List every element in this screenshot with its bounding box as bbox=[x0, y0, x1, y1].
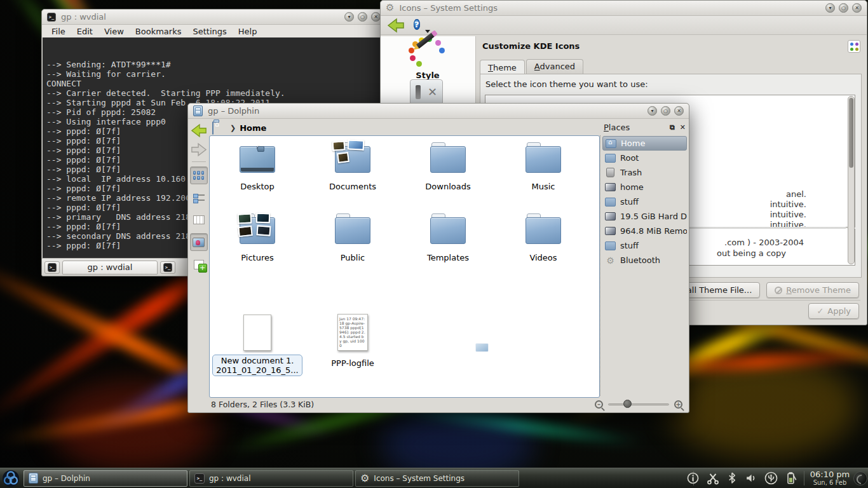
file-label: PPP-logfile bbox=[305, 358, 400, 368]
remove-theme-button[interactable]: Remove Theme bbox=[766, 282, 859, 298]
checkmark-icon: ✓ bbox=[817, 306, 824, 316]
tab-list-button[interactable] bbox=[160, 261, 175, 274]
sidebar-item-workspace-icon[interactable] bbox=[410, 79, 443, 105]
file-item-ppp-logfile[interactable]: Jan 17 09:47:18 gp-Aspire-5738 pppd[1946… bbox=[305, 313, 400, 368]
places-item[interactable]: Root bbox=[602, 151, 687, 165]
clock-time: 06:10 pm bbox=[806, 470, 854, 479]
maximize-button[interactable]: ○ bbox=[358, 12, 367, 22]
tab-theme[interactable]: Theme bbox=[480, 60, 525, 75]
task-button[interactable]: Icons – System Settings bbox=[355, 470, 519, 487]
folder-item[interactable]: Documents bbox=[305, 140, 400, 211]
menu-item[interactable]: Help bbox=[234, 26, 262, 37]
places-item-label: 964.8 MiB Remov... bbox=[620, 226, 687, 236]
back-button[interactable] bbox=[387, 18, 405, 33]
terminal-titlebar[interactable]: gp : wvdial ▾ ○ ✕ bbox=[42, 10, 386, 25]
maximize-button[interactable]: ○ bbox=[839, 3, 848, 13]
breadcrumb-root[interactable]: Home bbox=[240, 123, 266, 133]
folder-icon bbox=[335, 146, 370, 173]
menu-item[interactable]: File bbox=[47, 26, 70, 37]
task-label: gp – Dolphin bbox=[43, 474, 90, 483]
menu-item[interactable]: Edit bbox=[72, 26, 97, 37]
file-item-new-document[interactable]: New document 1. 2011_01_20_16_5... bbox=[210, 313, 305, 376]
sidebar-item-style[interactable]: Style bbox=[381, 40, 475, 80]
zoom-slider-handle[interactable] bbox=[623, 400, 632, 408]
scrollbar[interactable] bbox=[848, 96, 855, 264]
close-button[interactable]: ✕ bbox=[674, 106, 684, 116]
new-tab-button[interactable] bbox=[44, 261, 60, 274]
scrollbar-thumb[interactable] bbox=[849, 98, 853, 168]
minimize-button[interactable]: ▾ bbox=[344, 12, 354, 22]
task-button[interactable]: gp – Dolphin bbox=[24, 470, 187, 487]
details-view-button[interactable] bbox=[190, 189, 208, 207]
places-item[interactable]: stuff bbox=[602, 194, 687, 209]
zoom-out-icon[interactable]: – bbox=[595, 400, 603, 409]
module-icon bbox=[848, 40, 860, 53]
instruction-text: Select the icon theme you want to use: bbox=[485, 79, 648, 89]
zoom-in-icon[interactable]: + bbox=[674, 400, 682, 409]
columns-view-button[interactable] bbox=[190, 211, 208, 229]
places-item[interactable]: home bbox=[602, 180, 687, 194]
tab-advanced[interactable]: Advanced bbox=[526, 59, 583, 74]
folder-item[interactable]: Downloads bbox=[400, 140, 496, 211]
bluetooth-icon[interactable] bbox=[727, 472, 737, 484]
folder-icon bbox=[430, 146, 466, 173]
dolphin-title: gp – Dolphin bbox=[208, 106, 259, 116]
places-item-label: stuff bbox=[620, 241, 639, 250]
places-item-icon bbox=[605, 227, 616, 235]
terminal-icon bbox=[163, 263, 172, 272]
places-item[interactable]: stuff bbox=[602, 238, 687, 253]
volume-icon[interactable] bbox=[745, 472, 757, 484]
terminal-menubar: FileEditViewBookmarksSettingsHelp bbox=[42, 25, 386, 37]
places-item-icon bbox=[605, 168, 616, 177]
description-line: out being a copy bbox=[717, 248, 786, 258]
close-button[interactable]: ✕ bbox=[852, 3, 862, 13]
status-text: 8 Folders, 2 Files (3.3 KiB) bbox=[211, 400, 314, 409]
menu-item[interactable]: Bookmarks bbox=[131, 26, 186, 37]
maximize-button[interactable]: ○ bbox=[661, 106, 670, 116]
blank-document-icon bbox=[243, 315, 271, 351]
close-button[interactable]: ✕ bbox=[371, 12, 381, 22]
minimize-button[interactable]: ▾ bbox=[825, 3, 835, 13]
places-item[interactable]: Home bbox=[602, 136, 687, 151]
klipper-scissors-icon[interactable] bbox=[707, 472, 719, 485]
app-launcher-button[interactable] bbox=[0, 469, 22, 488]
folder-item[interactable]: Pictures bbox=[210, 211, 305, 282]
help-button[interactable]: ? bbox=[414, 18, 429, 33]
minimize-button[interactable]: ▾ bbox=[648, 106, 657, 116]
home-folder-icon bbox=[212, 121, 214, 135]
zoom-slider[interactable] bbox=[608, 400, 669, 409]
split-view-button[interactable] bbox=[190, 255, 208, 273]
terminal-tab[interactable]: gp : wvdial bbox=[62, 261, 158, 274]
system-settings-titlebar[interactable]: ⚙ Icons – System Settings ▾ ○ ✕ bbox=[381, 1, 867, 16]
folder-item[interactable]: Templates bbox=[400, 211, 496, 282]
forward-button[interactable] bbox=[191, 142, 207, 157]
menu-item[interactable]: View bbox=[100, 26, 128, 37]
apply-button[interactable]: ✓ Apply bbox=[808, 303, 859, 319]
folder-view[interactable]: Desktop Documents Downloads bbox=[209, 135, 600, 398]
detach-panel-button[interactable]: ⧉ bbox=[670, 123, 675, 132]
menu-item[interactable]: Settings bbox=[188, 26, 231, 37]
breadcrumb-home-button[interactable] bbox=[212, 122, 226, 134]
places-item[interactable]: 19.5 GiB Hard Drive bbox=[602, 209, 687, 224]
back-button[interactable] bbox=[191, 123, 207, 138]
info-icon[interactable] bbox=[687, 472, 699, 484]
folder-item[interactable]: Music bbox=[496, 140, 591, 211]
folder-item[interactable]: Public bbox=[305, 211, 400, 282]
close-panel-button[interactable]: ✕ bbox=[680, 123, 686, 132]
places-item[interactable]: 964.8 MiB Remov... bbox=[602, 224, 687, 238]
panel-cashew-button[interactable] bbox=[853, 471, 867, 485]
folder-label: Downloads bbox=[400, 182, 496, 191]
places-item-icon bbox=[606, 139, 616, 148]
places-item[interactable]: Trash bbox=[602, 165, 687, 180]
usb-device-icon[interactable] bbox=[764, 471, 778, 485]
dolphin-titlebar[interactable]: gp – Dolphin ▾ ○ ✕ bbox=[188, 104, 689, 119]
places-header: Places bbox=[604, 123, 630, 132]
preview-toggle-button[interactable] bbox=[190, 233, 208, 251]
task-button[interactable]: gp : wvdial bbox=[189, 470, 353, 487]
places-item[interactable]: Bluetooth bbox=[602, 253, 687, 268]
folder-item[interactable]: Videos bbox=[496, 211, 591, 282]
clock[interactable]: 06:10 pm Sun, 6 Feb bbox=[806, 470, 854, 486]
icons-view-button[interactable] bbox=[190, 166, 208, 184]
battery-icon[interactable] bbox=[785, 471, 797, 485]
folder-item[interactable]: Desktop bbox=[210, 140, 305, 211]
